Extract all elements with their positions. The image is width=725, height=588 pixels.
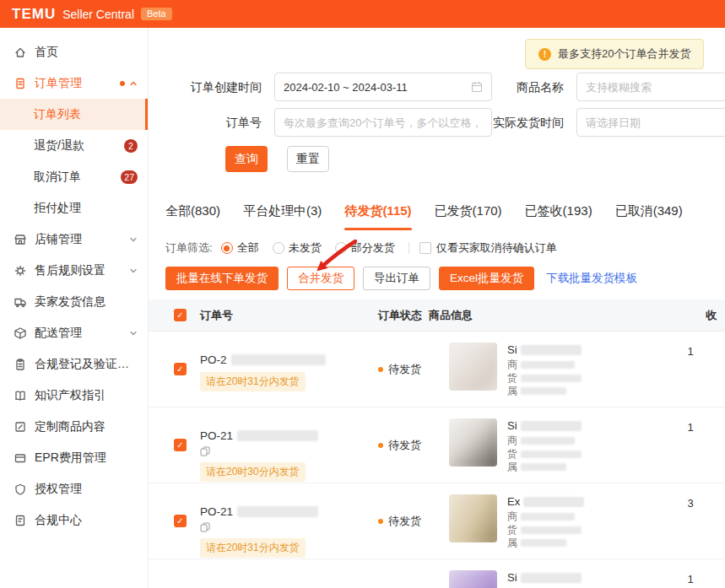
tab-all[interactable]: 全部(830) bbox=[165, 203, 220, 230]
col-recipient: 收 bbox=[706, 299, 717, 332]
quantity: 1 bbox=[680, 573, 701, 585]
product-title: Si bbox=[507, 343, 517, 357]
row-checkbox[interactable]: ✓ bbox=[174, 515, 187, 527]
tab-shipped[interactable]: 已发货(170) bbox=[435, 203, 502, 230]
buyer-cancel-checkbox[interactable] bbox=[419, 242, 431, 254]
batch-online-ship-button[interactable]: 批量在线下单发货 bbox=[165, 267, 279, 290]
redacted-text bbox=[521, 375, 582, 382]
redacted-text bbox=[521, 450, 582, 458]
order-filter-label: 订单筛选: bbox=[165, 240, 213, 256]
count-badge: 27 bbox=[121, 170, 138, 184]
sidebar-item-delivery-management[interactable]: 配送管理 bbox=[0, 317, 148, 348]
order-no-input[interactable] bbox=[274, 108, 492, 137]
sidebar-item-label: EPR费用管理 bbox=[35, 450, 106, 466]
radio-label: 未发货 bbox=[289, 240, 322, 256]
row-checkbox[interactable]: ✓ bbox=[174, 439, 187, 451]
creation-time-label: 订单创建时间 bbox=[149, 73, 262, 101]
radio-partially-shipped[interactable]: 部分发货 bbox=[335, 240, 395, 256]
ship-time-label: 实际发货时间 bbox=[479, 108, 564, 137]
sidebar-item-returns-refunds[interactable]: 退货/退款 2 bbox=[0, 130, 148, 161]
radio-icon bbox=[221, 242, 233, 254]
merge-ship-button[interactable]: 合并发货 bbox=[287, 267, 354, 290]
copy-icon[interactable] bbox=[200, 522, 210, 532]
product-image bbox=[449, 570, 497, 588]
product-attr: 商 bbox=[507, 434, 517, 448]
ship-time-input[interactable] bbox=[576, 108, 725, 137]
sidebar-item-authorization[interactable]: 授权管理 bbox=[0, 473, 148, 504]
product-name-input[interactable] bbox=[576, 73, 725, 101]
order-filter-row: 订单筛选: 全部 未发货 部分发货 仅看买家取消待确认订单 bbox=[165, 240, 557, 256]
product-cell: Si 商 货 属 bbox=[449, 418, 582, 474]
radio-all[interactable]: 全部 bbox=[221, 240, 259, 256]
sidebar-item-label: 知识产权指引 bbox=[35, 388, 106, 403]
sidebar-item-order-list[interactable]: 订单列表 bbox=[0, 99, 148, 130]
clipboard-icon bbox=[14, 358, 27, 371]
quantity: 1 bbox=[680, 421, 701, 434]
product-attr: 货 bbox=[507, 372, 517, 386]
sidebar-item-compliance-questionnaire[interactable]: 合规登记及验证问卷 bbox=[0, 348, 148, 380]
tab-label: 待发货(115) bbox=[344, 203, 411, 218]
order-cell: PO-21 请在20时31分内发货 bbox=[200, 505, 369, 558]
header-title: Seller Central bbox=[62, 8, 134, 21]
ship-deadline: 请在20时31分内发货 bbox=[200, 372, 306, 391]
table-header: ✓ 订单号 订单状态 商品信息 收 bbox=[149, 299, 725, 332]
sidebar-item-label: 配送管理 bbox=[35, 326, 82, 341]
sidebar-item-cancel-orders[interactable]: 取消订单 27 bbox=[0, 161, 148, 192]
order-number: PO-2 bbox=[200, 353, 227, 366]
sidebar-item-home[interactable]: 首页 bbox=[0, 36, 148, 67]
radio-not-shipped[interactable]: 未发货 bbox=[273, 240, 322, 256]
copy-icon[interactable] bbox=[200, 446, 210, 456]
tab-label: 已发货(170) bbox=[435, 203, 502, 218]
redacted-text bbox=[521, 345, 582, 355]
excel-batch-ship-button[interactable]: Excel批量发货 bbox=[439, 267, 534, 290]
status-tabs: 全部(830) 平台处理中(3) 待发货(115) 已发货(170) 已签收(1… bbox=[165, 203, 683, 230]
product-attr: 属 bbox=[507, 537, 517, 550]
redacted-text bbox=[521, 573, 582, 583]
sidebar-item-label: 首页 bbox=[35, 45, 58, 60]
sidebar-item-store-management[interactable]: 店铺管理 bbox=[0, 224, 148, 255]
row-checkbox[interactable]: ✓ bbox=[174, 363, 187, 375]
status-cell: 待发货 bbox=[378, 438, 421, 453]
sidebar-item-ip-guidelines[interactable]: 知识产权指引 bbox=[0, 380, 148, 411]
sidebar-item-custom-product[interactable]: 定制商品内容 bbox=[0, 411, 148, 442]
order-cell: PO-2 请在20时31分内发货 bbox=[200, 353, 369, 391]
download-template-link[interactable]: 下载批量发货模板 bbox=[546, 271, 637, 286]
sidebar-item-compliance-center[interactable]: 合规中心 bbox=[0, 504, 148, 536]
notice-text: 最多支持20个订单合并发货 bbox=[558, 46, 690, 62]
search-button[interactable]: 查询 bbox=[225, 146, 268, 172]
export-orders-button[interactable]: 导出订单 bbox=[363, 267, 430, 290]
product-attr: 商 bbox=[507, 359, 517, 372]
store-icon bbox=[14, 233, 27, 246]
tab-signed[interactable]: 已签收(193) bbox=[525, 203, 592, 230]
sidebar-item-order-management[interactable]: 订单管理 bbox=[0, 67, 148, 99]
status-text: 待发货 bbox=[388, 514, 421, 529]
creation-time-input[interactable]: 2024-02-10 ~ 2024-03-11 bbox=[274, 73, 492, 101]
tab-label: 平台处理中(3) bbox=[243, 203, 322, 218]
home-icon bbox=[14, 46, 27, 59]
col-order-no: 订单号 bbox=[200, 299, 233, 332]
sidebar-item-label: 订单管理 bbox=[35, 76, 82, 91]
product-cell: Si 商 货 属 bbox=[449, 343, 582, 398]
order-cell: PO-21 请在20时30分内发货 bbox=[200, 429, 369, 482]
order-management-icon bbox=[14, 77, 27, 90]
sidebar-item-seller-shipping-info[interactable]: 卖家发货信息 bbox=[0, 286, 148, 317]
reset-button[interactable]: 重置 bbox=[287, 146, 329, 172]
order-number: PO-21 bbox=[200, 429, 233, 442]
sidebar-item-label: 订单列表 bbox=[34, 107, 81, 122]
truck-icon bbox=[14, 295, 27, 309]
product-image bbox=[449, 418, 497, 467]
col-product: 商品信息 bbox=[429, 299, 473, 332]
product-title: Si bbox=[507, 418, 517, 433]
table-row: ✓ PO-21 请在20时30分内发货 待发货 Si 商 bbox=[149, 407, 725, 483]
sidebar-item-label: 授权管理 bbox=[35, 482, 82, 497]
sidebar-item-epr-fees[interactable]: EPR费用管理 bbox=[0, 442, 148, 473]
tab-platform-processing[interactable]: 平台处理中(3) bbox=[243, 203, 322, 230]
select-all-checkbox[interactable]: ✓ bbox=[174, 309, 187, 321]
sidebar-item-aftersales-rules[interactable]: 售后规则设置 bbox=[0, 255, 148, 286]
tab-pending-shipment[interactable]: 待发货(115) bbox=[344, 203, 411, 230]
sidebar-item-chargeback[interactable]: 拒付处理 bbox=[0, 192, 148, 224]
status-cell: 待发货 bbox=[378, 514, 421, 529]
tab-cancelled[interactable]: 已取消(349) bbox=[615, 203, 683, 230]
count-badge: 2 bbox=[124, 139, 138, 153]
tab-label: 全部(830) bbox=[165, 203, 220, 218]
